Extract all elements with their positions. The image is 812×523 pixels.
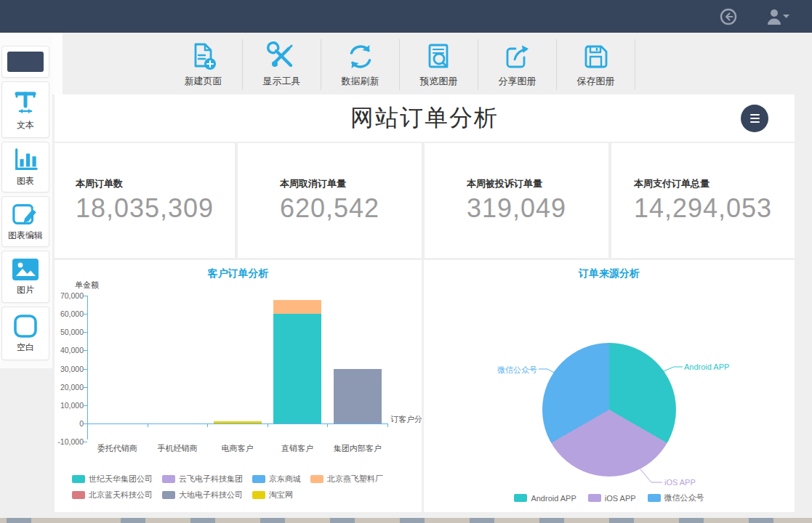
bar-segment[interactable]: [214, 421, 262, 423]
preview-album-icon: [424, 41, 454, 72]
x-axis-line: [87, 423, 387, 424]
legend-label: 北京燕飞塑料厂: [327, 474, 383, 485]
legend-swatch: [310, 475, 323, 483]
report-title-panel[interactable]: 网站订单分析: [55, 94, 795, 142]
y-tick-label: 10,000: [56, 401, 84, 410]
sidebar-item-image[interactable]: 图片: [1, 251, 49, 303]
sidebar-item-text[interactable]: 文本: [1, 81, 49, 138]
sidebar-item-label: 图表: [17, 175, 34, 187]
legend-label: 大地电子科技公司: [179, 490, 243, 500]
legend-item[interactable]: iOS APP: [588, 494, 636, 503]
main-toolbar: 新建页面 显示工具: [63, 35, 812, 94]
legend-item[interactable]: Android APP: [514, 494, 576, 503]
x-tick-mark: [268, 423, 268, 427]
legend-swatch: [72, 475, 85, 483]
data-refresh-icon: [345, 41, 376, 72]
bar-chart-x-axis-name: 订客户分类: [390, 414, 422, 425]
bar-chart-title: 客户订单分析: [55, 267, 422, 280]
bar-chart-y-axis-label: 单金额: [75, 280, 99, 291]
kpi-label: 本周被投诉订单量: [467, 177, 566, 190]
widget-sidebar: 文本 图表 图表编辑 图片 空白: [1, 46, 49, 364]
y-tick-label: 0: [56, 419, 84, 428]
kpi-value: 18,035,309: [76, 193, 214, 224]
y-tick-label: 20,000: [56, 383, 84, 392]
kpi-card-paid[interactable]: 本周支付订单总量14,294,053: [611, 143, 795, 258]
kpi-card-complaints[interactable]: 本周被投诉订单量319,049: [425, 143, 608, 258]
y-tick-mark: [84, 405, 87, 406]
data-refresh-button[interactable]: 数据刷新: [321, 39, 400, 90]
legend-swatch: [162, 475, 175, 483]
x-tick-mark: [87, 423, 88, 427]
bar-chart-legend: 世纪天华集团公司云飞电子科技集团京东商城北京燕飞塑料厂北京蓝天科技公司大地电子科…: [72, 474, 415, 500]
sidebar-item-chart[interactable]: 图表: [1, 142, 49, 192]
save-album-button[interactable]: 保存图册: [557, 39, 635, 90]
legend-item[interactable]: 淘宝网: [252, 490, 293, 500]
toolbar-item-label: 显示工具: [263, 75, 301, 88]
y-tick-label: 30,000: [56, 365, 84, 373]
kpi-value: 620,542: [280, 193, 379, 224]
legend-item[interactable]: 大地电子科技公司: [162, 490, 243, 500]
sidebar-item-label: 图表编辑: [8, 230, 43, 242]
bar-segment[interactable]: [334, 369, 382, 423]
legend-label: Android APP: [531, 494, 576, 503]
pie-label-android: Android APP: [684, 362, 729, 371]
bar-segment[interactable]: [273, 300, 321, 314]
page-block-icon: [7, 52, 44, 72]
legend-label: 北京蓝天科技公司: [89, 490, 153, 500]
back-circle-icon[interactable]: [719, 7, 738, 26]
legend-label: 世纪天华集团公司: [89, 474, 153, 485]
preview-album-button[interactable]: 预览图册: [400, 39, 478, 90]
legend-swatch: [72, 491, 85, 499]
display-tools-button[interactable]: 显示工具: [243, 39, 321, 90]
legend-item[interactable]: 微信公众号: [648, 492, 704, 503]
bar-segment[interactable]: [273, 314, 321, 423]
kpi-card-orders[interactable]: 本周订单数18,035,309: [55, 143, 235, 258]
pie-graphic[interactable]: [542, 343, 676, 477]
legend-item[interactable]: 北京蓝天科技公司: [72, 490, 153, 500]
sidebar-item-blank[interactable]: 空白: [1, 307, 49, 360]
x-tick-mark: [327, 423, 328, 427]
user-icon[interactable]: [765, 8, 790, 25]
y-tick-mark: [84, 442, 87, 442]
kpi-label: 本周支付订单总量: [634, 177, 772, 190]
legend-label: 微信公众号: [664, 492, 704, 503]
text-icon: [11, 88, 40, 117]
y-tick-label: 40,000: [56, 346, 84, 354]
order-source-pie-chart[interactable]: 订单来源分析 Android APP 微信公众号 iOS APP Android…: [424, 260, 795, 512]
blank-icon: [12, 313, 39, 339]
legend-swatch: [252, 491, 265, 499]
toolbar-item-label: 预览图册: [420, 75, 458, 88]
share-album-button[interactable]: 分享图册: [478, 39, 557, 90]
legend-item[interactable]: 京东商城: [252, 474, 301, 485]
share-album-icon: [502, 41, 533, 72]
legend-label: 京东商城: [269, 474, 301, 485]
y-tick-mark: [84, 314, 87, 315]
toolbar-item-label: 保存图册: [577, 75, 615, 88]
toolbar-item-label: 数据刷新: [342, 75, 379, 88]
legend-label: 云飞电子科技集团: [179, 474, 243, 485]
hamburger-menu-button[interactable]: [741, 105, 768, 132]
y-tick-label: 50,000: [56, 328, 84, 336]
sidebar-item-page-block[interactable]: [1, 46, 49, 78]
y-tick-label: 70,000: [56, 291, 84, 300]
new-page-button[interactable]: 新建页面: [164, 39, 243, 90]
toolbar-item-label: 新建页面: [185, 75, 222, 88]
image-icon: [11, 257, 40, 282]
y-tick-mark: [84, 387, 87, 388]
y-tick-mark: [84, 296, 87, 296]
sidebar-item-chart-edit[interactable]: 图表编辑: [1, 196, 49, 247]
pie-label-wechat: 微信公众号: [497, 365, 537, 376]
y-tick-label: -10,000: [56, 437, 84, 446]
kpi-card-cancelled[interactable]: 本周取消订单量620,542: [238, 143, 422, 258]
legend-item[interactable]: 北京燕飞塑料厂: [310, 474, 383, 485]
customer-orders-bar-chart[interactable]: 客户订单分析 单金额 -10,000010,00020,00030,00040,…: [55, 260, 422, 512]
legend-item[interactable]: 世纪天华集团公司: [72, 474, 153, 485]
x-category-label: 手机经销商: [148, 443, 207, 454]
y-axis-line: [87, 296, 88, 439]
legend-item[interactable]: 云飞电子科技集团: [162, 474, 243, 485]
bottom-page-tabs-strip[interactable]: [0, 518, 812, 523]
new-page-icon: [188, 41, 219, 72]
kpi-label: 本周取消订单量: [280, 177, 379, 190]
kpi-label: 本周订单数: [76, 177, 214, 190]
page-title: 网站订单分析: [350, 102, 499, 134]
